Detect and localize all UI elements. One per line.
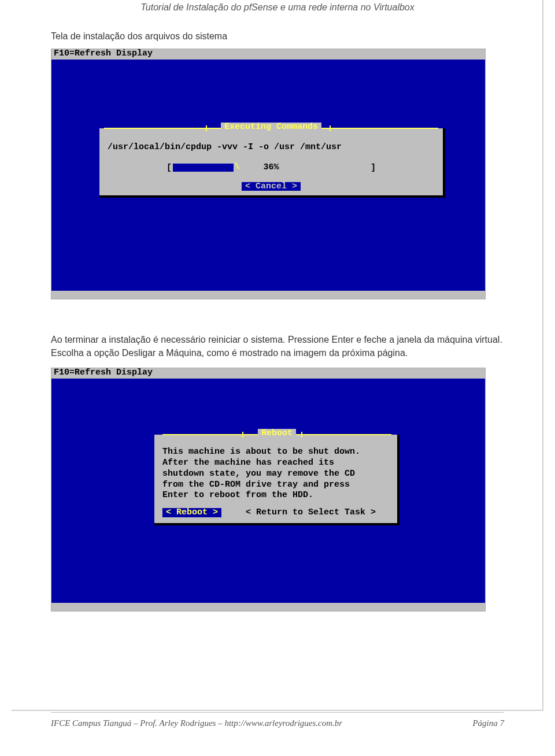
- dlg1-percent: 36%: [263, 163, 279, 172]
- body-paragraph: Ao terminar a instalação é necessário re…: [51, 333, 504, 360]
- dialog-reboot: Reboot This machine is about to be shut …: [154, 435, 399, 525]
- console1-bottombar: [51, 291, 485, 299]
- dlg2-title: Reboot: [258, 429, 296, 438]
- page-footer: IFCE Campus Tianguá – Prof. Arley Rodrig…: [51, 712, 504, 728]
- console1-body: Executing Commands /usr/local/bin/cpdup …: [51, 60, 485, 291]
- footer-left: IFCE Campus Tianguá – Prof. Arley Rodrig…: [51, 718, 342, 728]
- dlg2-message: This machine is about to be shut down. A…: [162, 447, 391, 501]
- caption-1: Tela de instalação dos arquivos do siste…: [51, 31, 504, 42]
- screenshot-reboot: F10=Refresh Display Reboot This machine …: [51, 368, 486, 612]
- dlg1-title: Executing Commands: [221, 123, 321, 132]
- dlg1-progress: [ \ 36% ]: [104, 164, 438, 173]
- console2-body: Reboot This machine is about to be shut …: [51, 379, 485, 603]
- console2-bottombar: [51, 603, 485, 611]
- spinner-icon: \: [234, 162, 239, 172]
- dlg1-command: /usr/local/bin/cpdup -vvv -I -o /usr /mn…: [104, 143, 438, 152]
- console1-topbar: F10=Refresh Display: [51, 49, 485, 60]
- page-header: Tutorial de Instalação do pfSense e uma …: [51, 0, 504, 24]
- return-button[interactable]: < Return to Select Task >: [242, 508, 379, 517]
- screenshot-executing-commands: F10=Refresh Display Executing Commands /…: [51, 49, 486, 299]
- cancel-button[interactable]: < Cancel >: [242, 182, 301, 191]
- dialog-executing-commands: Executing Commands /usr/local/bin/cpdup …: [99, 128, 445, 198]
- footer-right: Página 7: [472, 718, 504, 728]
- reboot-button[interactable]: < Reboot >: [162, 508, 221, 517]
- console2-topbar: F10=Refresh Display: [51, 368, 485, 379]
